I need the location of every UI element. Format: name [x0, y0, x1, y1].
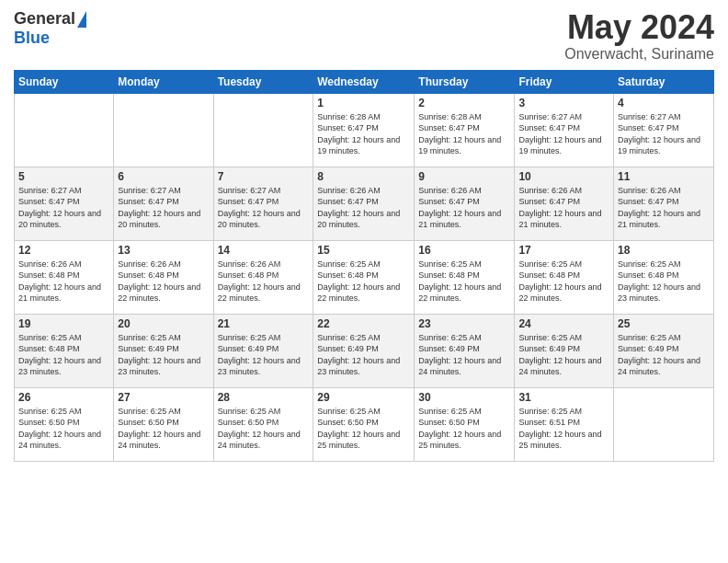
day-number: 7	[218, 170, 310, 183]
col-friday: Friday	[515, 70, 614, 93]
day-info: Sunrise: 6:26 AMSunset: 6:48 PMDaylight:…	[118, 259, 209, 304]
day-number: 18	[618, 244, 710, 257]
table-row: 13Sunrise: 6:26 AMSunset: 6:48 PMDayligh…	[114, 240, 213, 314]
table-row: 15Sunrise: 6:25 AMSunset: 6:48 PMDayligh…	[313, 240, 415, 314]
day-info: Sunrise: 6:26 AMSunset: 6:47 PMDaylight:…	[518, 185, 609, 231]
day-number: 9	[418, 170, 510, 183]
calendar-table: Sunday Monday Tuesday Wednesday Thursday…	[14, 70, 714, 462]
day-number: 25	[618, 317, 710, 330]
day-number: 26	[18, 391, 109, 404]
day-info: Sunrise: 6:25 AMSunset: 6:49 PMDaylight:…	[618, 332, 710, 378]
table-row: 18Sunrise: 6:25 AMSunset: 6:48 PMDayligh…	[614, 240, 714, 314]
table-row	[213, 93, 313, 167]
day-number: 27	[118, 391, 209, 404]
day-info: Sunrise: 6:26 AMSunset: 6:48 PMDaylight:…	[218, 259, 310, 304]
day-number: 10	[518, 170, 609, 183]
calendar-week-row: 26Sunrise: 6:25 AMSunset: 6:50 PMDayligh…	[15, 387, 714, 461]
table-row: 6Sunrise: 6:27 AMSunset: 6:47 PMDaylight…	[114, 167, 213, 240]
day-info: Sunrise: 6:25 AMSunset: 6:50 PMDaylight:…	[218, 406, 310, 452]
day-number: 23	[418, 317, 510, 330]
day-info: Sunrise: 6:25 AMSunset: 6:48 PMDaylight:…	[418, 259, 510, 304]
day-number: 11	[618, 170, 710, 183]
table-row: 24Sunrise: 6:25 AMSunset: 6:49 PMDayligh…	[515, 314, 614, 387]
col-wednesday: Wednesday	[313, 70, 415, 93]
col-thursday: Thursday	[415, 70, 515, 93]
day-number: 13	[118, 244, 209, 257]
calendar-header-row: Sunday Monday Tuesday Wednesday Thursday…	[15, 70, 714, 93]
day-info: Sunrise: 6:26 AMSunset: 6:47 PMDaylight:…	[317, 185, 410, 231]
table-row: 16Sunrise: 6:25 AMSunset: 6:48 PMDayligh…	[415, 240, 515, 314]
day-number: 2	[418, 97, 510, 109]
day-info: Sunrise: 6:25 AMSunset: 6:48 PMDaylight:…	[18, 332, 109, 378]
day-number: 31	[518, 391, 609, 404]
day-number: 24	[518, 317, 609, 330]
header: General Blue May 2024 Onverwacht, Surina…	[14, 9, 714, 63]
table-row: 7Sunrise: 6:27 AMSunset: 6:47 PMDaylight…	[213, 167, 313, 240]
table-row: 27Sunrise: 6:25 AMSunset: 6:50 PMDayligh…	[114, 387, 213, 461]
col-tuesday: Tuesday	[213, 70, 313, 93]
day-number: 3	[518, 97, 609, 109]
day-info: Sunrise: 6:27 AMSunset: 6:47 PMDaylight:…	[118, 185, 209, 231]
table-row	[114, 93, 213, 167]
day-number: 30	[418, 391, 510, 404]
table-row: 20Sunrise: 6:25 AMSunset: 6:49 PMDayligh…	[114, 314, 213, 387]
day-number: 15	[317, 244, 410, 257]
day-number: 21	[218, 317, 310, 330]
day-number: 16	[418, 244, 510, 257]
table-row: 26Sunrise: 6:25 AMSunset: 6:50 PMDayligh…	[15, 387, 114, 461]
col-monday: Monday	[114, 70, 213, 93]
table-row: 19Sunrise: 6:25 AMSunset: 6:48 PMDayligh…	[15, 314, 114, 387]
table-row: 31Sunrise: 6:25 AMSunset: 6:51 PMDayligh…	[515, 387, 614, 461]
table-row: 4Sunrise: 6:27 AMSunset: 6:47 PMDaylight…	[614, 93, 714, 167]
table-row: 1Sunrise: 6:28 AMSunset: 6:47 PMDaylight…	[313, 93, 415, 167]
day-info: Sunrise: 6:26 AMSunset: 6:47 PMDaylight:…	[618, 185, 710, 231]
day-info: Sunrise: 6:28 AMSunset: 6:47 PMDaylight:…	[317, 111, 410, 157]
logo-general-text: General	[14, 9, 75, 29]
day-number: 22	[317, 317, 410, 330]
calendar-week-row: 12Sunrise: 6:26 AMSunset: 6:48 PMDayligh…	[15, 240, 714, 314]
day-info: Sunrise: 6:26 AMSunset: 6:47 PMDaylight:…	[418, 185, 510, 231]
logo-triangle-icon	[77, 11, 86, 28]
day-info: Sunrise: 6:25 AMSunset: 6:50 PMDaylight:…	[418, 406, 510, 452]
day-number: 28	[218, 391, 310, 404]
calendar-week-row: 5Sunrise: 6:27 AMSunset: 6:47 PMDaylight…	[15, 167, 714, 240]
calendar-week-row: 1Sunrise: 6:28 AMSunset: 6:47 PMDaylight…	[15, 93, 714, 167]
title-block: May 2024 Onverwacht, Suriname	[564, 9, 714, 63]
calendar-week-row: 19Sunrise: 6:25 AMSunset: 6:48 PMDayligh…	[15, 314, 714, 387]
table-row	[15, 93, 114, 167]
table-row	[614, 387, 714, 461]
table-row: 12Sunrise: 6:26 AMSunset: 6:48 PMDayligh…	[15, 240, 114, 314]
table-row: 22Sunrise: 6:25 AMSunset: 6:49 PMDayligh…	[313, 314, 415, 387]
logo-blue-text: Blue	[14, 29, 50, 48]
table-row: 30Sunrise: 6:25 AMSunset: 6:50 PMDayligh…	[415, 387, 515, 461]
day-info: Sunrise: 6:25 AMSunset: 6:51 PMDaylight:…	[518, 406, 609, 452]
col-sunday: Sunday	[15, 70, 114, 93]
day-info: Sunrise: 6:25 AMSunset: 6:50 PMDaylight:…	[317, 406, 410, 452]
calendar-title: May 2024	[564, 9, 714, 46]
day-info: Sunrise: 6:27 AMSunset: 6:47 PMDaylight:…	[218, 185, 310, 231]
table-row: 25Sunrise: 6:25 AMSunset: 6:49 PMDayligh…	[614, 314, 714, 387]
table-row: 10Sunrise: 6:26 AMSunset: 6:47 PMDayligh…	[515, 167, 614, 240]
day-info: Sunrise: 6:25 AMSunset: 6:48 PMDaylight:…	[518, 259, 609, 304]
day-info: Sunrise: 6:26 AMSunset: 6:48 PMDaylight:…	[18, 259, 109, 304]
day-info: Sunrise: 6:25 AMSunset: 6:50 PMDaylight:…	[18, 406, 109, 452]
table-row: 28Sunrise: 6:25 AMSunset: 6:50 PMDayligh…	[213, 387, 313, 461]
day-info: Sunrise: 6:27 AMSunset: 6:47 PMDaylight:…	[18, 185, 109, 231]
logo: General Blue	[14, 9, 86, 48]
day-info: Sunrise: 6:28 AMSunset: 6:47 PMDaylight:…	[418, 111, 510, 157]
table-row: 3Sunrise: 6:27 AMSunset: 6:47 PMDaylight…	[515, 93, 614, 167]
page: General Blue May 2024 Onverwacht, Surina…	[0, 0, 728, 563]
table-row: 23Sunrise: 6:25 AMSunset: 6:49 PMDayligh…	[415, 314, 515, 387]
day-number: 12	[18, 244, 109, 257]
table-row: 11Sunrise: 6:26 AMSunset: 6:47 PMDayligh…	[614, 167, 714, 240]
table-row: 14Sunrise: 6:26 AMSunset: 6:48 PMDayligh…	[213, 240, 313, 314]
day-number: 20	[118, 317, 209, 330]
table-row: 8Sunrise: 6:26 AMSunset: 6:47 PMDaylight…	[313, 167, 415, 240]
day-info: Sunrise: 6:27 AMSunset: 6:47 PMDaylight:…	[618, 111, 710, 157]
day-number: 4	[618, 97, 710, 109]
day-number: 5	[18, 170, 109, 183]
day-number: 14	[218, 244, 310, 257]
day-info: Sunrise: 6:25 AMSunset: 6:49 PMDaylight:…	[317, 332, 410, 378]
day-info: Sunrise: 6:25 AMSunset: 6:48 PMDaylight:…	[317, 259, 410, 304]
day-number: 1	[317, 97, 410, 109]
